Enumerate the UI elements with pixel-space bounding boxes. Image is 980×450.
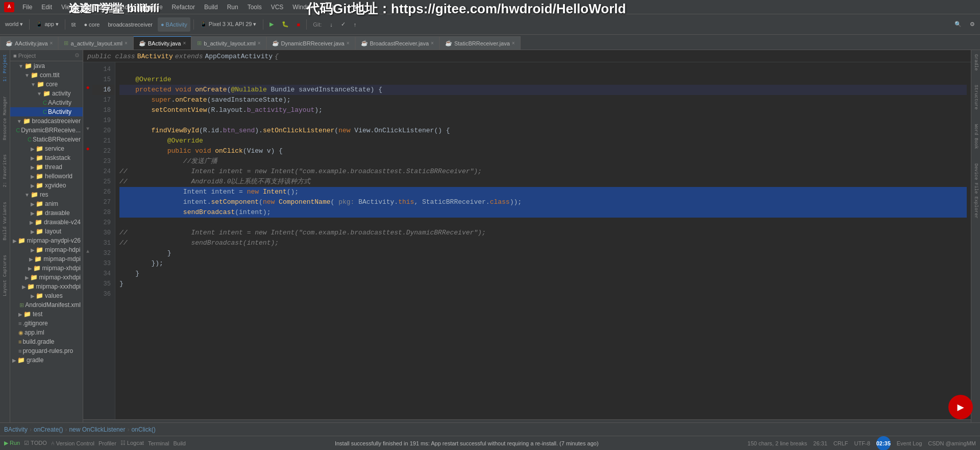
project-dropdown[interactable]: world ▾ [2, 17, 26, 32]
tree-mipmap-xhdpi[interactable]: ▶ 📁 mipmap-xhdpi [10, 264, 83, 273]
tree-service[interactable]: ▶ 📁 service [10, 144, 83, 153]
tree-app-iml[interactable]: ◉ app.iml [10, 328, 83, 337]
tab-dynamic-br[interactable]: ☕ DynamicBRReceiver.java × [266, 36, 355, 50]
menu-refactor[interactable]: Refactor [168, 3, 199, 12]
horizontal-scrollbar[interactable] [83, 419, 971, 422]
tree-thread[interactable]: ▶ 📁 thread [10, 162, 83, 172]
tree-taskstack[interactable]: ▶ 📁 taskstack [10, 153, 83, 162]
git-commit[interactable]: ✓ [338, 17, 349, 32]
tree-mipmap-hdpi[interactable]: ▶ 📁 mipmap-hdpi [10, 245, 83, 254]
gutter-16[interactable]: ● [83, 83, 92, 93]
tab-aactivity-close[interactable]: × [50, 40, 53, 46]
tree-helloworld[interactable]: ▶ 📁 helloworld [10, 172, 83, 181]
toolbar-tab-core[interactable]: ● core [81, 17, 103, 32]
tree-mipmap-xxxhdpi[interactable]: ▶ 📁 mipmap-xxxhdpi [10, 282, 83, 291]
stop-button[interactable]: ■ [294, 17, 304, 32]
version-control-btn[interactable]: ⑃ Version Control [51, 440, 94, 446]
tree-anim[interactable]: ▶ 📁 anim [10, 199, 83, 208]
terminal-btn[interactable]: Terminal [148, 440, 169, 446]
tree-dynamic[interactable]: C DynamicBRReceive... [10, 126, 83, 135]
panel-gradle[interactable]: Gradle [972, 52, 979, 73]
breadcrumb-onclick[interactable]: onClick() [131, 426, 155, 433]
search-toolbar[interactable]: 🔍 [951, 17, 965, 32]
device-dropdown[interactable]: 📱 Pixel 3 XL API 29 ▾ [197, 17, 260, 32]
panel-project[interactable]: 1: Project [2, 52, 9, 84]
tab-broadcast-receiver-close[interactable]: × [431, 40, 434, 46]
app-dropdown[interactable]: 📱 app ▾ [33, 17, 61, 32]
menu-edit[interactable]: Edit [37, 3, 56, 12]
menu-navigate[interactable]: Navigate [80, 3, 112, 12]
tree-gitignore[interactable]: ≡ .gitignore [10, 319, 83, 328]
profiler-btn[interactable]: Profiler [99, 440, 116, 446]
tree-values[interactable]: ▶ 📁 values [10, 291, 83, 300]
settings-toolbar[interactable]: ⚙ [967, 17, 978, 32]
tree-static[interactable]: C StaticBRReceiver [10, 135, 83, 144]
tree-mipmap-xxhdpi[interactable]: ▶ 📁 mipmap-xxhdpi [10, 273, 83, 282]
tree-xgvideo[interactable]: ▶ 📁 xgvideo [10, 181, 83, 190]
tab-aactivity[interactable]: ☕ AActivity.java × [0, 36, 58, 50]
tree-bactivity[interactable]: C BActivity [10, 107, 83, 116]
tab-bactivity-close[interactable]: × [183, 40, 186, 46]
git-update[interactable]: ↓ [327, 17, 336, 32]
tab-bactivity[interactable]: ☕ BActivity.java × [133, 36, 191, 50]
tree-test[interactable]: ▶ 📁 test [10, 310, 83, 319]
tree-androidmanifest[interactable]: ⊞ AndroidManifest.xml [10, 300, 83, 310]
tab-a-layout[interactable]: ⊞ a_activity_layout.xml × [58, 36, 133, 50]
panel-favorites[interactable]: 2: Favorites [2, 152, 9, 190]
menu-vcs[interactable]: VCS [267, 3, 288, 12]
tree-build-gradle[interactable]: ≡ build.gradle [10, 337, 83, 346]
build-btn[interactable]: Build [173, 440, 185, 446]
menu-build[interactable]: Build [200, 3, 222, 12]
menu-tools[interactable]: Tools [243, 3, 266, 12]
panel-build-variants[interactable]: Build Variants [2, 200, 9, 243]
breadcrumb-onclicklistener[interactable]: new OnClickListener [69, 426, 125, 433]
tree-layout[interactable]: ▶ 📁 layout [10, 227, 83, 236]
menu-analyze[interactable]: Analyze [137, 3, 167, 12]
breadcrumb-bactivity[interactable]: BActivity [4, 426, 28, 433]
code-content[interactable]: @Override protected void onCreate ( @Nul… [115, 62, 971, 419]
panel-device-file[interactable]: Device File Explorer [972, 161, 979, 221]
menu-code[interactable]: Code [113, 3, 136, 12]
tree-aactivity[interactable]: C AActivity [10, 98, 83, 107]
tree-mipmap-mdpi[interactable]: ▶ 📁 mipmap-mdpi [10, 254, 83, 264]
toolbar-tab-bactivity[interactable]: ● BActivity [158, 17, 190, 32]
panel-layout-captures[interactable]: Layout Captures [2, 253, 9, 298]
breadcrumb-oncreate[interactable]: onCreate() [34, 426, 63, 433]
project-gear[interactable]: ⚙ [75, 52, 80, 59]
tab-static-br-close[interactable]: × [512, 40, 515, 46]
tab-dynamic-br-close[interactable]: × [347, 40, 350, 46]
toolbar-tab-tit[interactable]: tit [68, 17, 79, 32]
code-area[interactable]: ● ▼ ● ▲ [83, 62, 971, 419]
video-icon[interactable]: ▶ [948, 395, 973, 419]
tree-activity[interactable]: ▼ 📁 activity [10, 89, 83, 98]
logcat-btn[interactable]: ☷ Logcat [120, 440, 144, 446]
tree-res[interactable]: ▼ 📁 res [10, 190, 83, 199]
tree-core[interactable]: ▼ 📁 core [10, 80, 83, 89]
run-button[interactable]: ▶ [266, 17, 277, 32]
tab-b-layout[interactable]: ⊞ b_activity_layout.xml × [191, 36, 266, 50]
panel-resource[interactable]: Resource Manager [2, 94, 9, 142]
todo-btn[interactable]: ☑ TODO [24, 440, 46, 446]
tab-a-layout-close[interactable]: × [125, 40, 128, 46]
tree-comttit[interactable]: ▼ 📁 com.ttit [10, 70, 83, 80]
menu-window[interactable]: Window [288, 3, 318, 12]
tree-proguard[interactable]: ≡ proguard-rules.pro [10, 346, 83, 356]
tree-drawable[interactable]: ▶ 📁 drawable [10, 208, 83, 218]
toolbar-tab-broadcastreceiver[interactable]: broadcastreceiver [105, 17, 155, 32]
panel-word-book[interactable]: Word Book [972, 122, 979, 151]
tab-static-br[interactable]: ☕ StaticBRReceiver.java × [439, 36, 521, 50]
tree-java[interactable]: ▼ 📁 java [10, 61, 83, 70]
tree-gradle[interactable]: ▶ 📁 gradle [10, 356, 83, 365]
menu-run[interactable]: Run [223, 3, 242, 12]
gutter-22[interactable]: ● [83, 144, 92, 154]
event-log-btn[interactable]: Event Log [897, 440, 922, 446]
menu-file[interactable]: File [18, 3, 36, 12]
debug-button[interactable]: 🐛 [279, 17, 292, 32]
git-push[interactable]: ↑ [351, 17, 360, 32]
tree-broadcastreceiver[interactable]: ▼ 📁 broadcastreceiver [10, 116, 83, 126]
panel-structure[interactable]: Structure [972, 83, 979, 112]
menu-help[interactable]: Help [320, 3, 340, 12]
tab-b-layout-close[interactable]: × [258, 40, 261, 46]
menu-view[interactable]: View [57, 3, 79, 12]
tree-drawable-v24[interactable]: ▶ 📁 drawable-v24 [10, 218, 83, 227]
